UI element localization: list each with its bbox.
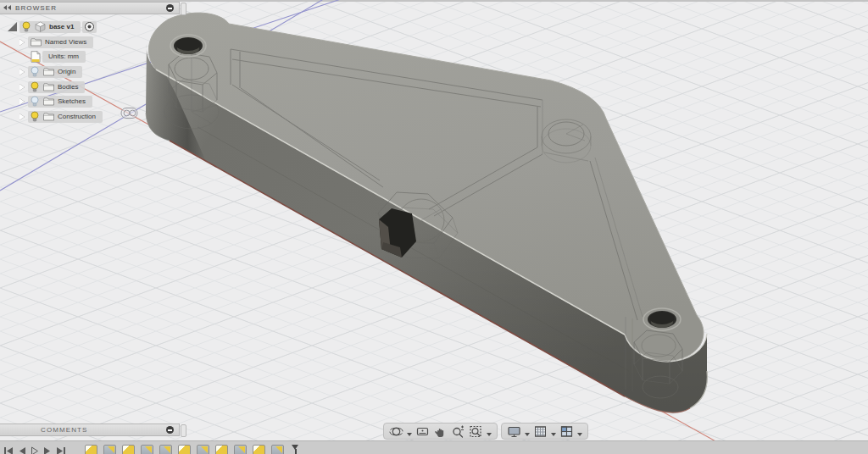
- collapse-double-arrow-icon[interactable]: [3, 5, 11, 11]
- component-cube-icon: [35, 21, 46, 32]
- bulb-on-icon[interactable]: [31, 81, 39, 92]
- timeline-feature-extrude[interactable]: [234, 445, 247, 454]
- browser-row-bodies[interactable]: Bodies: [19, 80, 85, 93]
- fit-dropdown-caret[interactable]: [487, 433, 492, 436]
- units-document-icon: [31, 51, 41, 63]
- drag-grip[interactable]: [181, 424, 186, 437]
- folder-icon: [31, 38, 42, 47]
- bulb-off-icon[interactable]: [31, 96, 39, 107]
- row-label: Origin: [58, 68, 75, 75]
- step-back-icon[interactable]: [18, 444, 26, 454]
- expand-open-icon[interactable]: [8, 22, 17, 31]
- sketch-constraint-glyph[interactable]: [121, 108, 137, 119]
- drag-grip[interactable]: [181, 3, 186, 15]
- display-settings-icon[interactable]: [506, 424, 522, 439]
- comments-panel-header[interactable]: COMMENTS: [0, 424, 180, 436]
- comments-panel-title: COMMENTS: [41, 426, 87, 434]
- orbit-dropdown-caret[interactable]: [407, 433, 412, 436]
- viewport-3d[interactable]: [0, 0, 868, 454]
- browser-panel-title: BROWSER: [15, 4, 57, 12]
- display-dropdown-caret[interactable]: [525, 433, 530, 436]
- expand-closed-icon[interactable]: [19, 39, 25, 46]
- timeline-feature-sketch[interactable]: [178, 445, 191, 454]
- browser-row-component[interactable]: base v1: [8, 20, 97, 33]
- timeline-feature-sketch[interactable]: [85, 445, 97, 454]
- timeline-feature-sketch[interactable]: [122, 445, 135, 454]
- skip-to-end-icon[interactable]: [56, 444, 66, 454]
- nav-group-display: [501, 423, 588, 440]
- timeline-feature-extrude[interactable]: [103, 445, 116, 454]
- zoom-magnifier-icon[interactable]: [450, 424, 466, 439]
- navigation-toolbar: [383, 423, 588, 440]
- timeline-features: [85, 445, 299, 454]
- viewports-icon[interactable]: [559, 424, 575, 439]
- remove-circle-icon[interactable]: [166, 4, 174, 12]
- bulb-on-icon[interactable]: [22, 21, 31, 32]
- corner-hole-left[interactable]: [170, 35, 206, 57]
- timeline-feature-extrude[interactable]: [271, 445, 284, 454]
- expand-closed-icon[interactable]: [19, 98, 25, 105]
- folder-icon: [43, 113, 54, 121]
- viewports-dropdown-caret[interactable]: [577, 433, 582, 436]
- row-label: Sketches: [58, 97, 86, 105]
- row-label: Bodies: [58, 83, 78, 91]
- corner-hole-bottom[interactable]: [643, 308, 681, 330]
- row-label: Named Views: [45, 38, 86, 46]
- fusion360-window: { "browser": { "title": "BROWSER", "head…: [0, 0, 868, 454]
- timeline-feature-sketch[interactable]: [253, 445, 265, 454]
- bulb-off-icon[interactable]: [31, 66, 39, 77]
- browser-row-units[interactable]: Units: mm: [31, 50, 86, 63]
- timeline-playback-controls: [3, 444, 66, 454]
- timeline-feature-extrude[interactable]: [159, 445, 172, 454]
- nav-group-camera: [383, 423, 498, 440]
- browser-row-construction[interactable]: Construction: [19, 110, 103, 123]
- pan-hand-icon[interactable]: [432, 424, 448, 439]
- browser-panel-header[interactable]: BROWSER: [0, 2, 180, 14]
- grid-dropdown-caret[interactable]: [551, 433, 556, 436]
- timeline-feature-sketch[interactable]: [215, 445, 228, 454]
- play-icon[interactable]: [31, 444, 39, 454]
- expand-closed-icon[interactable]: [19, 69, 25, 75]
- bulb-on-icon[interactable]: [31, 111, 39, 122]
- expand-closed-icon[interactable]: [19, 114, 25, 120]
- browser-row-origin[interactable]: Origin: [19, 65, 82, 78]
- browser-row-sketches[interactable]: Sketches: [19, 95, 92, 108]
- expand-closed-icon[interactable]: [19, 84, 25, 91]
- activate-component-radio[interactable]: [82, 21, 97, 33]
- browser-row-named-views[interactable]: Named Views: [19, 36, 93, 48]
- look-at-icon[interactable]: [415, 424, 431, 439]
- timeline-feature-extrude[interactable]: [197, 445, 209, 454]
- fit-view-icon[interactable]: [468, 424, 484, 439]
- folder-icon: [43, 97, 54, 106]
- component-name: base v1: [49, 23, 74, 30]
- skip-to-start-icon[interactable]: [3, 444, 14, 454]
- timeline-position-marker[interactable]: [292, 445, 299, 454]
- orbit-icon[interactable]: [388, 424, 404, 439]
- folder-icon: [43, 83, 54, 91]
- grid-settings-icon[interactable]: [532, 424, 548, 439]
- timeline-feature-extrude[interactable]: [141, 445, 153, 454]
- folder-icon: [43, 68, 54, 76]
- step-forward-icon[interactable]: [43, 444, 52, 454]
- row-label: Units: mm: [48, 53, 79, 60]
- remove-circle-icon[interactable]: [166, 426, 174, 434]
- row-label: Construction: [58, 113, 96, 120]
- timeline-bar: [0, 440, 868, 454]
